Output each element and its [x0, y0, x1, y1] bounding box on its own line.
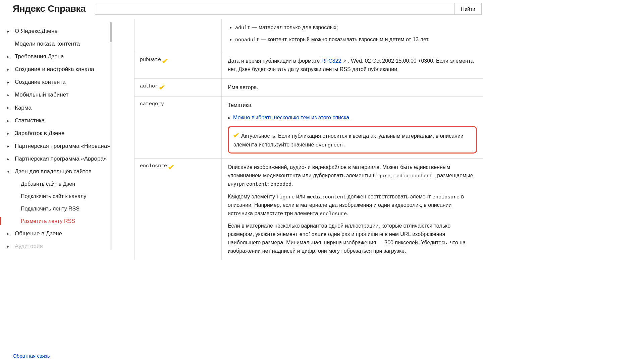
key-enclosure: enclosure: [140, 163, 167, 169]
caret-right-icon: ▸: [7, 131, 12, 136]
sidebar-item-label: Требования Дзена: [15, 53, 64, 60]
cell-val: adult — материал только для взрослых; no…: [222, 19, 483, 52]
expandable-topics[interactable]: ▶Можно выбрать несколько тем из этого сп…: [228, 114, 477, 122]
text: Дата и время публикации в формате: [228, 58, 321, 64]
sidebar-item[interactable]: Разметить ленту RSS: [7, 215, 111, 228]
cell-val: Описание изображений, аудио- и видеофайл…: [222, 159, 483, 260]
caret-right-icon: ▸: [7, 231, 12, 236]
list-item: adult — материал только для взрослых;: [235, 23, 477, 32]
text: ,: [390, 173, 393, 178]
caret-right-icon: ▸: [7, 144, 12, 148]
table-row: enclosure✔ Описание изображений, аудио- …: [135, 159, 483, 260]
sidebar-item-label: Подключить сайт к каналу: [21, 193, 86, 200]
sidebar-item-label: О Яндекс.Дзене: [15, 27, 58, 35]
sidebar-item-label: Заработок в Дзене: [15, 130, 64, 137]
table-row: author✔ Имя автора.: [135, 79, 483, 97]
sidebar-item[interactable]: ▸Создание контента: [7, 76, 111, 88]
sidebar-item[interactable]: Подключить ленту RSS: [7, 203, 111, 215]
sidebar-item[interactable]: ▸Партнерская программа «Аврора»: [7, 153, 111, 165]
caret-right-icon: ▸: [7, 105, 12, 110]
code-adult: adult: [235, 25, 250, 31]
check-icon: ✔: [162, 57, 168, 65]
cell-val: Имя автора.: [222, 79, 483, 97]
table-row: adult — материал только для взрослых; no…: [135, 19, 483, 52]
text: Тематика.: [228, 101, 477, 110]
text: должен соответствовать элемент: [346, 194, 432, 199]
sidebar-item[interactable]: ▸Партнерская программа «Нирвана»: [7, 140, 111, 153]
external-link-icon: ↗: [343, 59, 346, 64]
sidebar-item[interactable]: ▸Статистика: [7, 114, 111, 127]
caret-right-icon: ▶: [228, 115, 230, 121]
cell-key: category: [135, 97, 222, 158]
rfc822-link[interactable]: RFC822: [321, 58, 341, 64]
sidebar-item-label: Модели показа контента: [15, 40, 80, 48]
caret-down-icon: ▾: [7, 169, 12, 174]
code-nonadult: nonadult: [235, 37, 259, 43]
sidebar-item-label: Создание и настройка канала: [15, 66, 94, 73]
site-logo: Яндекс Справка: [13, 3, 86, 14]
text: Имя автора.: [228, 84, 258, 90]
key-author: author: [140, 83, 158, 89]
check-icon: ✔: [159, 83, 165, 92]
cell-key: author✔: [135, 79, 222, 97]
text: Каждому элементу: [228, 194, 277, 199]
cell-val: Тематика. ▶Можно выбрать несколько тем и…: [222, 97, 483, 158]
key-category: category: [140, 101, 164, 107]
sidebar-item-label: Общение в Дзене: [15, 230, 62, 237]
caret-right-icon: ▸: [7, 29, 12, 34]
text: .: [347, 210, 348, 216]
code: enclosure: [432, 194, 460, 200]
text: — материал только для взрослых;: [250, 24, 338, 30]
code: enclosure: [299, 232, 326, 238]
caret-right-icon: ▸: [7, 80, 12, 84]
sidebar: ▸О Яндекс.Дзене▸Модели показа контента▸Т…: [0, 19, 114, 262]
link-text: Можно выбрать несколько тем из этого спи…: [233, 114, 349, 122]
list-item: nonadult — контент, который можно показы…: [235, 36, 477, 44]
text: .: [343, 142, 346, 147]
cell-val: Дата и время публикации в формате RFC822…: [222, 52, 483, 78]
cell-key: pubDate✔: [135, 52, 222, 78]
sidebar-item[interactable]: Добавить сайт в Дзен: [7, 178, 111, 190]
code: media:content: [307, 194, 346, 200]
sidebar-item[interactable]: ▸Требования Дзена: [7, 50, 111, 63]
code-evergreen: evergreen: [316, 142, 343, 148]
sidebar-item-label: Партнерская программа «Аврора»: [15, 155, 107, 163]
sidebar-item-label: Подключить ленту RSS: [21, 205, 79, 213]
sidebar-item[interactable]: ▸Модели показа контента: [7, 38, 111, 50]
sidebar-item[interactable]: ▸Аудитория: [7, 240, 111, 253]
sidebar-item[interactable]: Подключить сайт к каналу: [7, 190, 111, 203]
caret-right-icon: ▸: [7, 244, 12, 249]
code: enclosure: [320, 211, 347, 217]
sidebar-item-label: Статистика: [15, 117, 45, 124]
key-pubdate: pubDate: [140, 57, 161, 63]
sidebar-item[interactable]: ▸Мобильный кабинет: [7, 88, 111, 101]
sidebar-item[interactable]: ▾Дзен для владельцев сайтов: [7, 165, 111, 178]
scrollbar-thumb[interactable]: [110, 22, 112, 42]
caret-right-icon: ▸: [7, 118, 12, 123]
sidebar-item[interactable]: ▸Создание и настройка канала: [7, 63, 111, 76]
highlight-evergreen: ✔Актуальность. Если публикация относится…: [228, 126, 477, 154]
check-icon: ✔: [168, 163, 174, 171]
spec-table: adult — материал только для взрослых; no…: [134, 19, 483, 260]
code: media:content: [393, 173, 433, 179]
sidebar-item[interactable]: ▸О Яндекс.Дзене: [7, 25, 111, 38]
search-input[interactable]: [95, 3, 455, 15]
table-row: category Тематика. ▶Можно выбрать нескол…: [135, 97, 483, 159]
main-layout: ▸О Яндекс.Дзене▸Модели показа контента▸Т…: [0, 19, 488, 262]
sidebar-item-label: Разметить ленту RSS: [21, 218, 75, 225]
sidebar-scrollbar[interactable]: [110, 22, 112, 250]
sidebar-item[interactable]: ▸Общение в Дзене: [7, 227, 111, 240]
check-icon: ✔: [233, 130, 239, 141]
sidebar-item[interactable]: ▸Карма: [7, 102, 111, 114]
caret-right-icon: ▸: [7, 93, 12, 97]
text: или: [295, 194, 307, 199]
sidebar-item[interactable]: ▸Заработок в Дзене: [7, 127, 111, 140]
sidebar-item-label: Мобильный кабинет: [15, 91, 68, 99]
caret-right-icon: ▸: [7, 67, 12, 72]
caret-right-icon: ▸: [7, 54, 12, 59]
sidebar-item-label: Партнерская программа «Нирвана»: [15, 142, 110, 150]
code: figure: [372, 173, 390, 179]
sidebar-item-label: Аудитория: [15, 243, 43, 250]
search-button[interactable]: Найти: [455, 3, 482, 15]
text: Актуальность. Если публикация относится …: [233, 133, 464, 147]
